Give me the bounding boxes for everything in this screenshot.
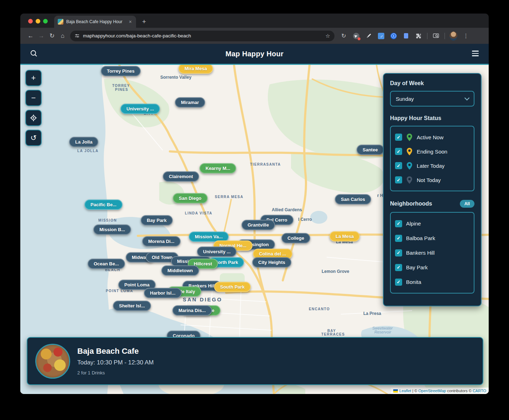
tab-strip: Baja Beach Cafe Happy Hour × + <box>20 14 489 28</box>
map-pill-clairemont[interactable]: Clairemont <box>163 171 199 182</box>
map-pill-mission-b[interactable]: Mission B... <box>93 224 131 235</box>
map-pill-marina-dis[interactable]: Marina Dis... <box>172 305 212 316</box>
venue-card[interactable]: Baja Beach Cafe Today: 10:30 PM - 12:30 … <box>27 337 483 385</box>
map-pill-middletown[interactable]: Middletown <box>161 265 199 276</box>
password-manager-extension-icon[interactable]: 1 <box>390 32 398 40</box>
map-pill-harbor-isl[interactable]: Harbor Isl... <box>144 288 182 298</box>
fullscreen-window-button[interactable] <box>43 19 48 24</box>
map-pill-grantville[interactable]: Grantville <box>241 220 275 230</box>
map-pill-pacific-be[interactable]: Pacific Be... <box>84 199 123 210</box>
reset-icon: ↺ <box>30 134 37 142</box>
carto-link[interactable]: CARTO <box>473 389 486 393</box>
status-checkbox-ending-soon[interactable]: ✓ <box>395 148 402 155</box>
url-text[interactable]: maphappyhour.com/baja-beach-cafe-pacific… <box>83 33 322 38</box>
map-pill-college[interactable]: College <box>281 233 310 243</box>
map-label-encanto: ENCANTO <box>309 307 330 311</box>
neighborhood-checkbox-bankers-hill[interactable]: ✓ <box>395 249 402 256</box>
neighborhood-label: Alpine <box>406 221 421 227</box>
clipboard-extension-icon[interactable] <box>402 32 410 40</box>
menu-kebab-icon[interactable]: ⋮ <box>462 32 470 40</box>
search-icon[interactable] <box>30 49 38 58</box>
neighborhood-checkbox-balboa-park[interactable]: ✓ <box>395 235 402 242</box>
map-pin-icon <box>406 176 413 184</box>
filter-panel: Day of Week Sunday Happy Hour Status ✓Ac… <box>383 73 482 306</box>
map-controls: + − ↺ <box>25 70 42 146</box>
pen-extension-icon[interactable] <box>365 32 373 40</box>
leaflet-link[interactable]: Leaflet <box>399 389 411 393</box>
openstreetmap-link[interactable]: OpenStreetMap <box>418 389 446 393</box>
profile-avatar[interactable] <box>450 32 457 40</box>
status-label: Not Today <box>417 177 441 183</box>
status-heading: Happy Hour Status <box>390 115 474 121</box>
extensions-puzzle-icon[interactable] <box>415 32 422 40</box>
close-window-button[interactable] <box>28 19 33 24</box>
status-checkbox-active-now[interactable]: ✓ <box>395 134 402 141</box>
forward-icon[interactable]: → <box>36 32 47 40</box>
status-row-ending-soon: ✓Ending Soon <box>395 144 469 159</box>
map-label-mission: MISSION <box>98 218 117 222</box>
map-label-torrey: TORREY <box>112 84 130 88</box>
status-label: Later Today <box>417 163 445 169</box>
neighborhood-label: Bay Park <box>406 264 428 270</box>
day-of-week-select[interactable]: Sunday <box>390 91 474 107</box>
back-icon[interactable]: ← <box>25 32 36 40</box>
map-label-serra-mesa: SERRA MESA <box>215 195 243 199</box>
home-icon[interactable]: ⌂ <box>57 32 68 40</box>
map-pill-university[interactable]: University ... <box>120 104 160 114</box>
status-row-active-now: ✓Active Now <box>395 130 469 144</box>
map-pill-south-park[interactable]: South Park <box>214 282 251 292</box>
map-pill-la-jolla[interactable]: La Jolla <box>69 137 98 147</box>
map-pill-san-carlos[interactable]: San Carlos <box>335 194 371 204</box>
status-checkbox-not-today[interactable]: ✓ <box>395 176 402 183</box>
location-extension-icon[interactable] <box>352 32 360 40</box>
neighborhood-row-bay-park: ✓Bay Park <box>395 260 469 275</box>
day-selected-value: Sunday <box>396 96 414 102</box>
reset-view-button[interactable]: ↺ <box>25 130 42 146</box>
map-pill-miramar[interactable]: Miramar <box>175 97 205 108</box>
map-label-la-jolla: LA JOLLA <box>77 149 99 153</box>
map-pill-santee[interactable]: Santee <box>357 145 384 155</box>
neighborhoods-heading: Neighborhoods <box>390 201 432 207</box>
zoom-in-button[interactable]: + <box>25 70 42 86</box>
screen-search-icon[interactable] <box>432 32 440 40</box>
minimize-window-button[interactable] <box>36 19 40 24</box>
app-title: Map Happy Hour <box>225 50 284 58</box>
ukraine-flag-icon <box>393 389 398 393</box>
map-pill-la-mesa[interactable]: La Mesa <box>329 231 360 242</box>
map-pill-city-heights[interactable]: City Heights <box>252 257 291 268</box>
tab-title: Baja Beach Cafe Happy Hour <box>66 19 125 24</box>
site-settings-icon[interactable] <box>74 33 80 38</box>
browser-tab[interactable]: Baja Beach Cafe Happy Hour × <box>54 16 136 28</box>
map-pill-bay-park[interactable]: Bay Park <box>141 215 173 225</box>
status-label: Active Now <box>417 134 443 140</box>
sync-extension-icon[interactable]: ↻ <box>340 32 348 40</box>
map-pill-torrey-pines[interactable]: Torrey Pines <box>101 66 141 76</box>
map-pill-san-diego[interactable]: San Diego <box>173 193 208 203</box>
map-pin-icon <box>406 162 413 170</box>
hamburger-menu-icon[interactable] <box>472 51 479 56</box>
map-pill-university[interactable]: University ... <box>197 247 237 257</box>
neighborhood-checkbox-alpine[interactable]: ✓ <box>395 220 402 227</box>
map-pill-morena-di[interactable]: Morena Di... <box>142 236 181 247</box>
zoom-out-button[interactable]: − <box>25 90 42 106</box>
venue-hours: Today: 10:30 PM - 12:30 AM <box>77 359 154 366</box>
new-tab-button[interactable]: + <box>142 17 146 26</box>
status-checkbox-later-today[interactable]: ✓ <box>395 162 402 169</box>
locate-button[interactable] <box>25 110 42 126</box>
url-bar[interactable]: maphappyhour.com/baja-beach-cafe-pacific… <box>70 31 334 41</box>
neighborhood-checkbox-bonita[interactable]: ✓ <box>395 279 402 286</box>
map-pill-shelter-isl[interactable]: Shelter Isl... <box>113 301 151 311</box>
map-canvas[interactable]: + − ↺ Day of Week Sunday <box>20 65 489 394</box>
neighborhoods-all-button[interactable]: All <box>460 200 474 208</box>
map-pill-kearny-m[interactable]: Kearny M... <box>199 163 236 173</box>
neighborhood-checkbox-bay-park[interactable]: ✓ <box>395 264 402 271</box>
map-pill-ocean-be[interactable]: Ocean Be... <box>88 259 125 269</box>
map-pill-mira-mesa[interactable]: Mira Mesa <box>178 65 213 74</box>
toolbar-divider <box>427 33 427 39</box>
bookmark-star-icon[interactable]: ☆ <box>326 33 330 39</box>
browser-window: Baja Beach Cafe Happy Hour × + ← → ↻ ⌂ m… <box>20 14 489 394</box>
traffic-lights <box>28 19 48 24</box>
resize-extension-icon[interactable]: ↔ <box>377 32 385 40</box>
tab-close-icon[interactable]: × <box>128 19 133 25</box>
reload-icon[interactable]: ↻ <box>47 32 57 40</box>
